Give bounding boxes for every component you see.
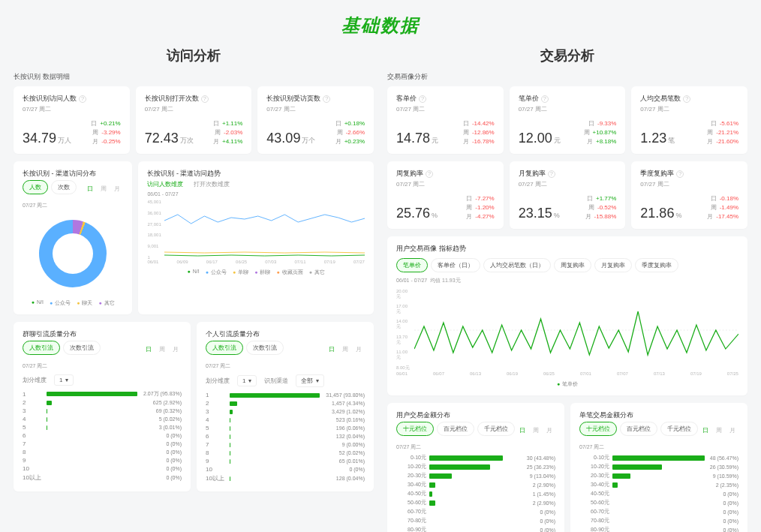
metric-title: 客单价 ?	[396, 94, 495, 104]
dim-select[interactable]: 1 ▾	[237, 375, 257, 386]
info-icon[interactable]: ?	[683, 95, 690, 103]
dist-bar-row: 0-10元30 (43.48%)	[396, 454, 555, 461]
tab-times-flow[interactable]: 次数引流	[63, 341, 101, 355]
metric-title: 长按识别受访页数 ?	[266, 94, 365, 104]
channel-dist-card: 长按识别 - 渠道访问分布 人数 次数 日周月 07/27 周二 N/I 公众号…	[14, 161, 132, 314]
period-toggle[interactable]: 日周月	[143, 344, 182, 355]
tab-hundred[interactable]: 百元档位	[437, 422, 474, 436]
trend-line-chart	[164, 200, 365, 260]
date-label: 07/27 周二	[396, 443, 555, 451]
tab-renjun[interactable]: 人均交易笔数（日）	[483, 258, 551, 272]
bar-row: 369 (0.32%)	[23, 407, 182, 414]
info-icon[interactable]: ?	[676, 170, 684, 178]
single-dist-card: 单笔交易金额分布 十元档位 百元档位 千元档位 日周月 07/27 周二 0-1…	[570, 403, 747, 532]
dim-select[interactable]: 1 ▾	[54, 374, 74, 386]
info-icon[interactable]: ?	[541, 95, 549, 103]
donut-legend: N/I 公众号 聊天 其它	[23, 299, 123, 307]
metric-card: 客单价 ? 07/27 周二 14.78元 日-14.42%周-12.86%月-…	[387, 86, 504, 154]
bar-row: 4523 (0.16%)	[206, 416, 365, 423]
trend-legend-item: 笔单价	[557, 380, 578, 388]
dist-bar-row: 70-80元0 (0%)	[396, 517, 555, 524]
metric-unit: 元	[554, 137, 561, 144]
metric-date: 07/27 周二	[396, 180, 495, 188]
tab-times-flow[interactable]: 次数引流	[246, 341, 284, 355]
tab-kedan[interactable]: 客单价（日）	[431, 258, 480, 272]
tab-ten[interactable]: 十元档位	[396, 422, 434, 436]
bar-row: 10以上128 (0.04%)	[206, 474, 365, 482]
tab-people-flow[interactable]: 人数引流	[206, 341, 243, 355]
tab-quarter[interactable]: 季度复购率	[635, 258, 678, 272]
metric-date: 07/27 周二	[396, 105, 495, 113]
trade-trend-card: 用户交易画像 指标趋势 笔单价 客单价（日） 人均交易笔数（日） 周复购率 月复…	[387, 236, 747, 395]
tab-month[interactable]: 月复购率	[594, 258, 632, 272]
date-label: 07/27 周二	[206, 362, 365, 370]
date-label: 07/27 周二	[23, 202, 123, 209]
metric-value: 34.79	[23, 131, 56, 146]
tab-open-dim[interactable]: 打开次数维度	[194, 180, 230, 188]
bar-row: 79 (0.00%)	[206, 441, 365, 448]
dist-bar-row: 0-10元48 (56.47%)	[579, 454, 738, 461]
tab-bidan[interactable]: 笔单价	[396, 258, 428, 272]
dist-bar-row: 60-70元0 (0%)	[396, 508, 555, 515]
dist-bar-row: 60-70元0 (0%)	[579, 508, 738, 515]
dim-label: 划分维度	[23, 376, 47, 384]
metric-title: 周复购率 ?	[396, 169, 495, 179]
bar-row: 100 (0%)	[206, 466, 365, 473]
info-icon[interactable]: ?	[426, 170, 433, 178]
dist-bar-row: 10-20元25 (36.23%)	[396, 463, 555, 470]
trend-legend: N/I 公众号 单聊 群聊 收藏页面 其它	[147, 269, 365, 276]
date-range: 06/01 - 07/27	[147, 191, 365, 197]
bar-row: 70 (0%)	[23, 440, 182, 447]
info-icon[interactable]: ?	[323, 95, 330, 103]
metric-date: 07/27 周二	[519, 180, 617, 188]
tab-hundred[interactable]: 百元档位	[620, 422, 657, 436]
info-icon[interactable]: ?	[201, 95, 209, 103]
metric-date: 07/27 周二	[640, 105, 738, 113]
tab-ten[interactable]: 十元档位	[579, 422, 617, 436]
metric-value: 23.15	[519, 206, 552, 221]
avg-value: 11.93元	[442, 278, 461, 283]
metric-value: 14.78	[396, 131, 430, 146]
period-toggle[interactable]: 日周月	[516, 425, 555, 436]
period-toggle[interactable]: 日周月	[84, 183, 123, 194]
card-title: 长按识别 - 渠道访问趋势	[147, 169, 365, 179]
dist-bar-row: 70-80元0 (0%)	[579, 517, 738, 524]
tab-people[interactable]: 人数	[23, 180, 48, 194]
period-toggle[interactable]: 日周月	[326, 344, 365, 355]
scan-select[interactable]: 全部 ▾	[296, 374, 324, 387]
card-title: 用户交易画像 指标趋势	[396, 244, 738, 254]
dist-bar-row: 20-30元9 (10.59%)	[579, 472, 738, 479]
metric-unit: %	[554, 212, 560, 219]
metric-deltas: 日-7.27%周-1.20%月-4.27%	[466, 194, 494, 221]
metric-deltas: 日-9.33%周+10.87%月+8.18%	[584, 119, 617, 146]
metric-deltas: 日+0.18%周-2.66%月+0.23%	[335, 119, 365, 146]
visit-group-title: 长按识别 数据明细	[14, 72, 374, 82]
tab-week[interactable]: 周复购率	[554, 258, 591, 272]
metric-value: 43.09	[266, 131, 300, 146]
metric-card: 长按识别受访页数 ? 07/27 周二 43.09万个 日+0.18%周-2.6…	[257, 86, 374, 154]
bar-row: 80 (0%)	[23, 449, 182, 455]
info-icon[interactable]: ?	[548, 170, 555, 178]
dist-bar-row: 40-50元0 (0%)	[579, 490, 738, 497]
metric-date: 07/27 周二	[519, 105, 617, 113]
info-icon[interactable]: ?	[419, 95, 426, 103]
avg-label: 均值	[430, 278, 441, 283]
bar-row: 53 (0.01%)	[23, 424, 182, 431]
tab-thousand[interactable]: 千元档位	[477, 422, 515, 436]
visit-metric-row: 长按识别访问人数 ? 07/27 周二 34.79万人 日+0.21%周-3.2…	[14, 86, 374, 154]
tab-people-flow[interactable]: 人数引流	[23, 341, 60, 355]
tab-visit-dim[interactable]: 访问人数维度	[147, 180, 183, 188]
period-toggle[interactable]: 日周月	[699, 425, 738, 436]
bar-row: 60 (0%)	[23, 432, 182, 439]
bar-row: 45 (0.02%)	[23, 416, 182, 422]
bar-row: 21,457 (4.34%)	[206, 400, 365, 407]
tab-thousand[interactable]: 千元档位	[660, 422, 698, 436]
info-icon[interactable]: ?	[79, 95, 86, 103]
metric-card: 周复购率 ? 07/27 周二 25.76% 日-7.27%周-1.20%月-4…	[387, 161, 504, 229]
bar-row: 10以上0 (0%)	[23, 473, 182, 482]
card-title: 单笔交易金额分布	[579, 410, 738, 420]
tab-times[interactable]: 次数	[51, 180, 77, 194]
date-label: 07/27 周二	[579, 443, 738, 451]
dist-bar-row: 80-90元0 (0%)	[579, 526, 738, 532]
dist-bar-row: 20-30元9 (13.04%)	[396, 472, 555, 479]
